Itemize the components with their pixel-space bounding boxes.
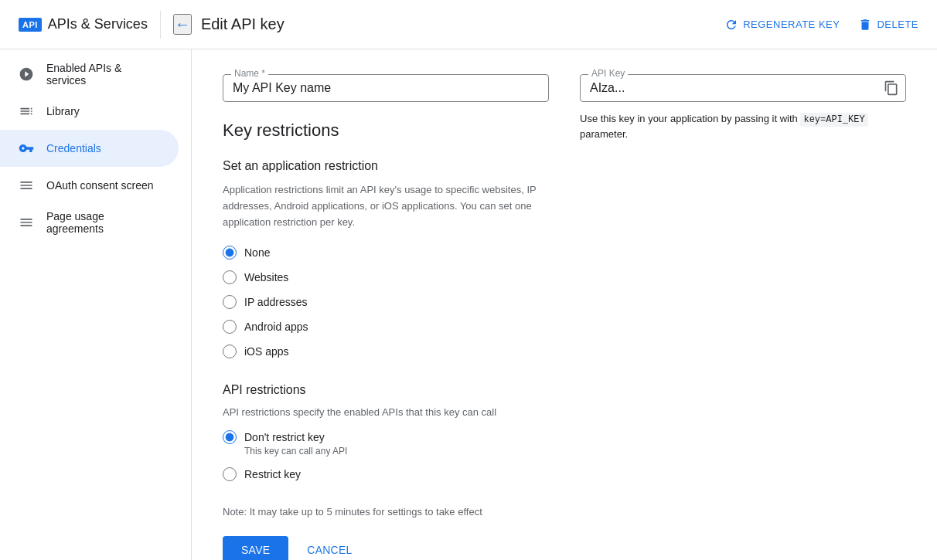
left-column: Name * Key restrictions Set an applicati…	[223, 74, 549, 560]
radio-websites-label: Websites	[244, 271, 288, 283]
radio-none-label: None	[244, 246, 270, 259]
radio-none-input[interactable]	[223, 246, 237, 260]
api-restrictions-title: API restrictions	[223, 383, 549, 397]
api-restrictions-section: API restrictions API restrictions specif…	[223, 383, 549, 481]
sidebar-item-credentials[interactable]: Credentials	[0, 130, 179, 167]
api-restriction-radio-group: Don't restrict key This key can call any…	[223, 430, 549, 481]
radio-android[interactable]: Android apps	[223, 320, 549, 334]
form-buttons: SAVE CANCEL	[223, 536, 549, 560]
delete-label: DELETE	[877, 19, 918, 30]
app-logo: API APIs & Services	[19, 16, 148, 32]
sidebar-label-credentials: Credentials	[46, 142, 101, 154]
oauth-icon	[19, 178, 34, 193]
back-button[interactable]: ←	[173, 14, 192, 35]
save-button[interactable]: SAVE	[223, 536, 288, 560]
sidebar-item-page-usage[interactable]: Page usage agreements	[0, 204, 179, 241]
dont-restrict-hint: This key can call any API	[244, 446, 549, 456]
key-restrictions-title: Key restrictions	[223, 120, 549, 141]
copy-api-key-button[interactable]	[884, 80, 899, 96]
api-restrictions-desc: API restrictions specify the enabled API…	[223, 406, 549, 418]
name-field-label: Name *	[231, 68, 268, 79]
name-input[interactable]	[233, 81, 539, 95]
sidebar-item-oauth[interactable]: OAuth consent screen	[0, 167, 179, 204]
radio-ip[interactable]: IP addresses	[223, 295, 549, 309]
sidebar-item-enabled-apis[interactable]: Enabled APIs & services	[0, 56, 179, 93]
name-outlined-field: Name *	[223, 74, 549, 102]
page-usage-icon	[19, 215, 34, 230]
sidebar-label-oauth: OAuth consent screen	[46, 179, 154, 192]
api-key-field-label: API Key	[588, 68, 628, 79]
content-grid: Name * Key restrictions Set an applicati…	[223, 74, 906, 560]
app-restriction-desc: Application restrictions limit an API ke…	[223, 182, 549, 230]
dont-restrict-option: Don't restrict key This key can call any…	[223, 430, 549, 456]
radio-ios-label: iOS apps	[244, 345, 289, 358]
delete-icon	[858, 18, 872, 32]
top-bar: API APIs & Services ← Edit API key REGEN…	[0, 0, 937, 49]
radio-android-input[interactable]	[223, 320, 237, 334]
sidebar: Enabled APIs & services Library Credenti…	[0, 49, 192, 560]
page-title: Edit API key	[201, 15, 285, 33]
api-logo-badge: API	[19, 18, 42, 32]
radio-android-label: Android apps	[244, 321, 308, 333]
radio-websites-input[interactable]	[223, 270, 237, 284]
regenerate-key-button[interactable]: REGENERATE KEY	[724, 18, 840, 32]
radio-ios-input[interactable]	[223, 344, 237, 358]
sidebar-label-page-usage: Page usage agreements	[46, 210, 160, 235]
note-text: Note: It may take up to 5 minutes for se…	[223, 506, 549, 518]
library-icon	[19, 104, 34, 119]
sidebar-item-library[interactable]: Library	[0, 93, 179, 130]
radio-restrict-label: Restrict key	[244, 468, 301, 480]
radio-dont-restrict[interactable]: Don't restrict key	[223, 430, 549, 444]
api-key-value: AIza...	[590, 81, 625, 94]
main-layout: Enabled APIs & services Library Credenti…	[0, 49, 937, 560]
main-content: Name * Key restrictions Set an applicati…	[192, 49, 937, 560]
sidebar-label-enabled-apis: Enabled APIs & services	[46, 62, 160, 87]
radio-restrict-input[interactable]	[223, 467, 237, 481]
delete-button[interactable]: DELETE	[858, 18, 918, 32]
api-key-outlined-field: API Key AIza...	[580, 74, 906, 102]
radio-dont-restrict-input[interactable]	[223, 430, 237, 444]
radio-ip-label: IP addresses	[244, 296, 307, 308]
regenerate-label: REGENERATE KEY	[743, 19, 840, 30]
enabled-apis-icon	[19, 66, 34, 82]
app-restriction-radio-group: None Websites IP addresses Android apps	[223, 246, 549, 358]
right-column: API Key AIza... Use this key in your app…	[580, 74, 906, 560]
api-key-hint: Use this key in your application by pass…	[580, 111, 906, 142]
radio-restrict[interactable]: Restrict key	[223, 467, 549, 481]
app-restriction-title: Set an application restriction	[223, 159, 549, 173]
header-actions: REGENERATE KEY DELETE	[724, 18, 918, 32]
regenerate-icon	[724, 18, 738, 32]
credentials-icon	[19, 141, 34, 156]
copy-icon	[884, 80, 899, 96]
radio-websites[interactable]: Websites	[223, 270, 549, 284]
radio-ip-input[interactable]	[223, 295, 237, 309]
app-title: APIs & Services	[48, 16, 148, 32]
header-divider	[160, 11, 161, 39]
page-title-area: ← Edit API key	[173, 14, 712, 35]
sidebar-label-library: Library	[46, 105, 80, 117]
api-key-param: key=API_KEY	[800, 113, 867, 127]
name-field-group: Name *	[223, 74, 549, 102]
radio-ios[interactable]: iOS apps	[223, 344, 549, 358]
cancel-button[interactable]: CANCEL	[301, 536, 358, 560]
radio-dont-restrict-label: Don't restrict key	[244, 431, 325, 443]
api-key-field-group: API Key AIza... Use this key in your app…	[580, 74, 906, 142]
radio-none[interactable]: None	[223, 246, 549, 260]
